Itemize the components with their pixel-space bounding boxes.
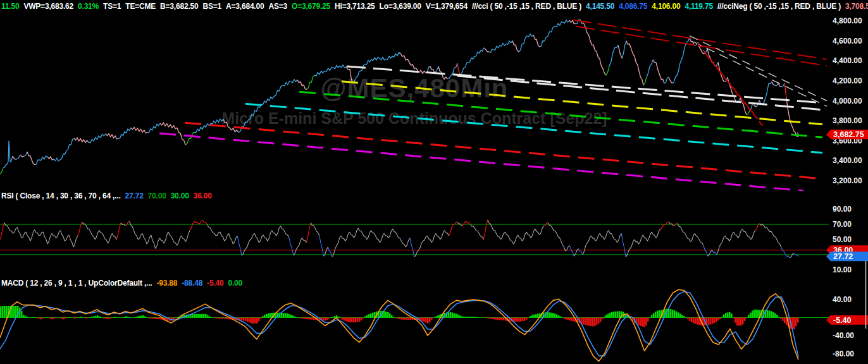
axis-tick-label: 50.00 [833,235,852,244]
axis-tick-label: 4,800.00 [833,16,862,25]
axis-tick-label: 3,200.00 [833,176,862,185]
axis-tick-label: 4,600.00 [833,37,862,46]
trendline-thin-white-2 [693,42,827,106]
macd-pane [0,289,829,361]
trendline-white-channel-2 [457,76,822,110]
svg-text:27.72: 27.72 [833,252,853,261]
trendline-dark-red-upper-1 [573,20,827,59]
rsi-value-marker: 27.72 [826,252,868,261]
svg-text:-5.40: -5.40 [833,316,852,325]
last-price-marker: 3,682.75 [826,130,868,139]
rsi-pane [0,220,829,258]
axis-tick-label: 10.00 [833,265,852,274]
axis-tick-label: -40.00 [833,331,854,340]
price-pane [0,20,827,191]
svg-text:3,682.75: 3,682.75 [833,130,864,139]
axis-tick-label: 4,000.00 [833,97,862,106]
macd-value-marker: -5.40 [826,315,868,325]
axis-tick-label: 4,200.00 [833,76,862,85]
axis-tick-label: 40.00 [833,295,852,304]
trendline-cyan-fan [245,104,822,152]
trendline-white-channel-1 [347,66,822,103]
chart-canvas[interactable]: 4,800.004,600.004,400.004,200.004,000.00… [0,0,868,364]
axis-tick-label: 70.00 [833,220,852,229]
trendline-dark-red-upper-2 [576,27,827,66]
trendline-magenta-fan [159,133,803,191]
axis-tick-label: 3,400.00 [833,156,862,165]
trendline-thin-white-1 [690,36,827,101]
axis-tick-label: -80.00 [833,349,854,358]
axis-tick-label: 3,800.00 [833,116,862,125]
axis-tick-label: 4,400.00 [833,56,862,65]
trendline-red-fan [185,123,822,179]
axis-tick-label: 90.00 [833,205,852,214]
